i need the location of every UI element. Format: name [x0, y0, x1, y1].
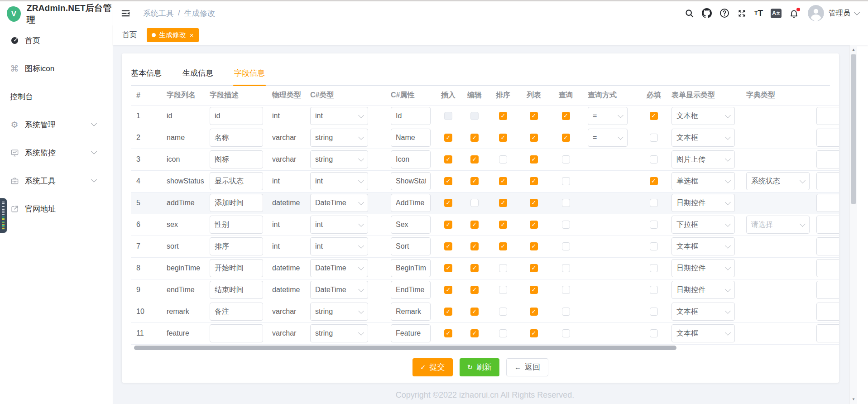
dict-type-select[interactable]: 请选择 — [746, 216, 810, 234]
theme-drawer-handle[interactable] — [0, 198, 7, 233]
display-type-select[interactable]: 日期控件 — [671, 281, 735, 299]
required-checkbox[interactable]: ✓ — [650, 112, 658, 120]
csharp-type-select[interactable]: int — [310, 107, 368, 125]
edit-checkbox[interactable] — [470, 199, 479, 207]
csharp-type-select[interactable]: DateTime — [310, 281, 368, 299]
insert-checkbox[interactable]: ✓ — [444, 155, 452, 164]
field-description-input[interactable]: 结束时间 — [210, 281, 263, 299]
csharp-type-select[interactable]: DateTime — [310, 194, 368, 212]
csharp-attr-input[interactable]: Icon — [391, 150, 431, 168]
bell-icon[interactable] — [789, 9, 799, 18]
sidebar-item-system-manage[interactable]: ⚙系统管理 — [0, 111, 112, 139]
required-checkbox[interactable]: ✓ — [650, 177, 658, 185]
extra-input[interactable] — [816, 172, 839, 190]
font-size-icon[interactable]: TT — [754, 8, 763, 18]
csharp-attr-input[interactable]: Sort — [391, 237, 431, 255]
field-description-input[interactable]: 添加时间 — [210, 194, 263, 212]
field-description-input[interactable]: 图标 — [210, 150, 263, 168]
edit-checkbox[interactable]: ✓ — [470, 308, 479, 316]
field-description-input[interactable]: 名称 — [210, 129, 263, 147]
tag-active[interactable]: 生成修改 × — [147, 28, 199, 42]
query-checkbox[interactable] — [562, 155, 570, 164]
display-type-select[interactable]: 文本框 — [671, 324, 735, 342]
sidebar-item-site-link[interactable]: 官网地址 — [0, 195, 112, 223]
vertical-scrollbar-thumb[interactable] — [851, 54, 856, 204]
dict-type-select[interactable]: 系统状态 — [746, 172, 810, 190]
query-checkbox[interactable]: ✓ — [562, 134, 570, 142]
scroll-down-arrow[interactable]: ▼ — [850, 396, 857, 403]
display-type-select[interactable]: 单选框 — [671, 172, 735, 190]
required-checkbox[interactable] — [650, 329, 658, 337]
menu-fold-icon[interactable] — [120, 8, 131, 19]
insert-checkbox[interactable]: ✓ — [444, 308, 452, 316]
field-description-input[interactable]: 显示状态 — [210, 172, 263, 190]
csharp-attr-input[interactable]: BeginTime — [391, 259, 431, 277]
insert-checkbox[interactable]: ✓ — [444, 264, 452, 272]
list-checkbox[interactable]: ✓ — [530, 329, 538, 337]
insert-checkbox[interactable]: ✓ — [444, 286, 452, 294]
field-description-input[interactable]: 排序 — [210, 237, 263, 255]
required-checkbox[interactable] — [650, 308, 658, 316]
csharp-type-select[interactable]: string — [310, 129, 368, 147]
extra-input[interactable] — [816, 324, 839, 342]
list-checkbox[interactable]: ✓ — [530, 286, 538, 294]
required-checkbox[interactable] — [650, 242, 658, 250]
csharp-attr-input[interactable]: Id — [391, 107, 431, 125]
query-type-select[interactable]: = — [588, 107, 628, 125]
csharp-type-select[interactable]: string — [310, 150, 368, 168]
sort-checkbox[interactable] — [499, 308, 507, 316]
extra-input[interactable] — [816, 259, 839, 277]
refresh-button[interactable]: ↻刷新 — [460, 358, 500, 376]
breadcrumb-item[interactable]: 生成修改 — [184, 8, 215, 19]
submit-button[interactable]: ✓提交 — [412, 358, 453, 376]
sort-checkbox[interactable]: ✓ — [499, 134, 507, 142]
query-checkbox[interactable] — [562, 308, 570, 316]
edit-checkbox[interactable]: ✓ — [470, 155, 479, 164]
back-button[interactable]: ←返回 — [506, 358, 548, 376]
extra-input[interactable] — [816, 107, 839, 125]
sidebar-item-system-tools[interactable]: 系统工具 — [0, 167, 112, 195]
required-checkbox[interactable] — [650, 264, 658, 272]
translate-icon[interactable]: A文 — [771, 9, 782, 18]
csharp-attr-input[interactable]: Name — [391, 129, 431, 147]
required-checkbox[interactable] — [650, 134, 658, 142]
csharp-attr-input[interactable]: EndTime — [391, 281, 431, 299]
sort-checkbox[interactable]: ✓ — [499, 177, 507, 185]
list-checkbox[interactable]: ✓ — [530, 199, 538, 207]
display-type-select[interactable]: 文本框 — [671, 237, 735, 255]
sort-checkbox[interactable]: ✓ — [499, 242, 507, 250]
breadcrumb-item[interactable]: 系统工具 — [143, 8, 174, 19]
display-type-select[interactable]: 文本框 — [671, 107, 735, 125]
list-checkbox[interactable]: ✓ — [530, 242, 538, 250]
query-checkbox[interactable] — [562, 242, 570, 250]
csharp-attr-input[interactable]: Feature — [391, 324, 431, 342]
extra-input[interactable] — [816, 303, 839, 321]
scroll-up-arrow[interactable]: ▲ — [850, 46, 857, 53]
insert-checkbox[interactable]: ✓ — [444, 177, 452, 185]
tag-close-icon[interactable]: × — [190, 32, 194, 38]
query-checkbox[interactable] — [562, 221, 570, 229]
display-type-select[interactable]: 日期控件 — [671, 259, 735, 277]
edit-checkbox[interactable]: ✓ — [470, 242, 479, 250]
query-checkbox[interactable] — [562, 264, 570, 272]
github-icon[interactable] — [702, 8, 712, 18]
csharp-type-select[interactable]: string — [310, 324, 368, 342]
csharp-attr-input[interactable]: AddTime — [391, 194, 431, 212]
sort-checkbox[interactable] — [499, 329, 507, 337]
list-checkbox[interactable]: ✓ — [530, 221, 538, 229]
field-description-input[interactable]: 性别 — [210, 216, 263, 234]
insert-checkbox[interactable]: ✓ — [444, 242, 452, 250]
user-menu[interactable]: 管理员 — [829, 9, 850, 18]
tab-basic-info[interactable]: 基本信息 — [131, 68, 162, 85]
insert-checkbox[interactable]: ✓ — [444, 199, 452, 207]
sidebar-item-console[interactable]: 控制台 — [0, 82, 112, 111]
sort-checkbox[interactable]: ✓ — [499, 112, 507, 120]
horizontal-scrollbar-thumb[interactable] — [134, 346, 676, 350]
field-description-input[interactable] — [210, 324, 263, 342]
csharp-attr-input[interactable]: Sex — [391, 216, 431, 234]
sort-checkbox[interactable] — [499, 155, 507, 164]
display-type-select[interactable]: 文本框 — [671, 303, 735, 321]
tab-field-info[interactable]: 字段信息 — [234, 68, 265, 85]
field-description-input[interactable]: id — [210, 107, 263, 125]
query-checkbox[interactable] — [562, 177, 570, 185]
